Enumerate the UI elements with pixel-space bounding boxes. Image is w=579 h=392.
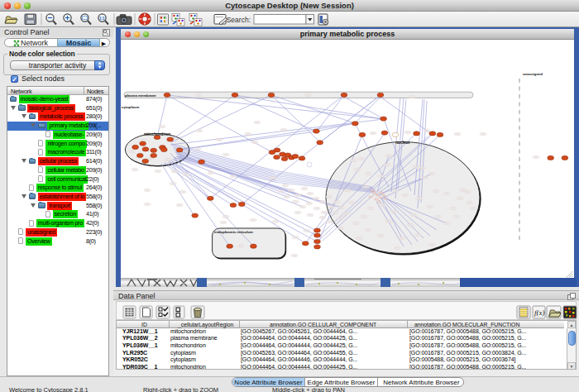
- svg-text:mitochondrion: mitochondrion: [144, 132, 170, 136]
- svg-text:endoplasmic reticulum: endoplasmic reticulum: [214, 230, 253, 234]
- svg-text:cytoplasm: cytoplasm: [122, 105, 139, 109]
- svg-text:nucleus: nucleus: [395, 141, 410, 145]
- svg-text:1:1: 1:1: [99, 17, 105, 21]
- svg-text:Search:: Search:: [227, 16, 251, 24]
- svg-text:plasma membrane: plasma membrane: [125, 93, 156, 98]
- svg-text:f(x): f(x): [534, 308, 545, 317]
- svg-text:unassigned: unassigned: [523, 72, 543, 76]
